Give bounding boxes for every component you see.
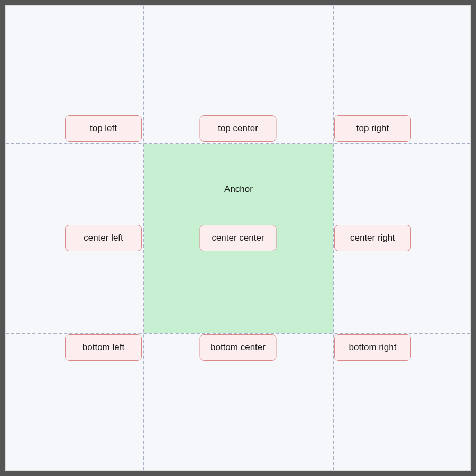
position-bottom-right: bottom right: [334, 334, 411, 361]
position-top-center: top center: [200, 115, 277, 142]
position-center-left: center left: [65, 225, 142, 251]
position-bottom-center: bottom center: [200, 334, 277, 361]
anchor-label: Anchor: [144, 184, 333, 195]
position-bottom-left: bottom left: [65, 334, 142, 361]
diagram-canvas: Anchor top left top center top right cen…: [5, 5, 471, 471]
position-center-center: center center: [200, 225, 277, 251]
position-top-right: top right: [334, 115, 411, 142]
position-center-right: center right: [334, 225, 411, 251]
position-top-left: top left: [65, 115, 142, 142]
